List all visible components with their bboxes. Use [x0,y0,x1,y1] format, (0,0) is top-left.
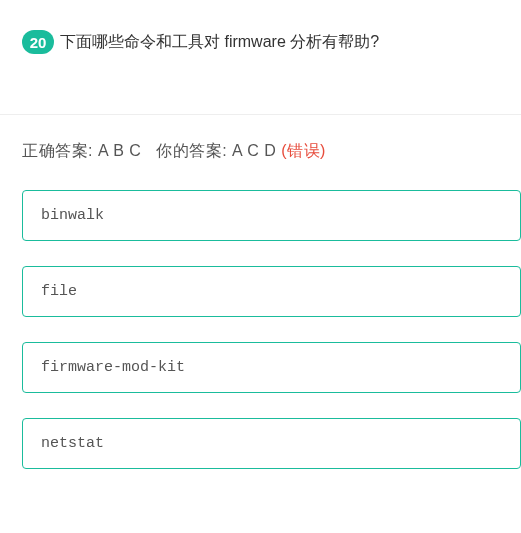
question-header: 20 下面哪些命令和工具对 firmware 分析有帮助? [0,0,521,54]
answer-status: (错误) [281,142,326,159]
your-answer-value: A C D [232,142,276,159]
answer-line: 正确答案: A B C 你的答案: A C D (错误) [22,141,521,162]
answer-section: 正确答案: A B C 你的答案: A C D (错误) binwalk fil… [0,114,521,469]
correct-answer-value: A B C [98,142,141,159]
option-c[interactable]: firmware-mod-kit [22,342,521,393]
your-answer-label: 你的答案: [156,142,232,159]
question-text: 下面哪些命令和工具对 firmware 分析有帮助? [60,30,379,54]
question-number-badge: 20 [22,30,54,54]
option-b[interactable]: file [22,266,521,317]
option-a[interactable]: binwalk [22,190,521,241]
option-d[interactable]: netstat [22,418,521,469]
correct-answer-label: 正确答案: [22,142,98,159]
